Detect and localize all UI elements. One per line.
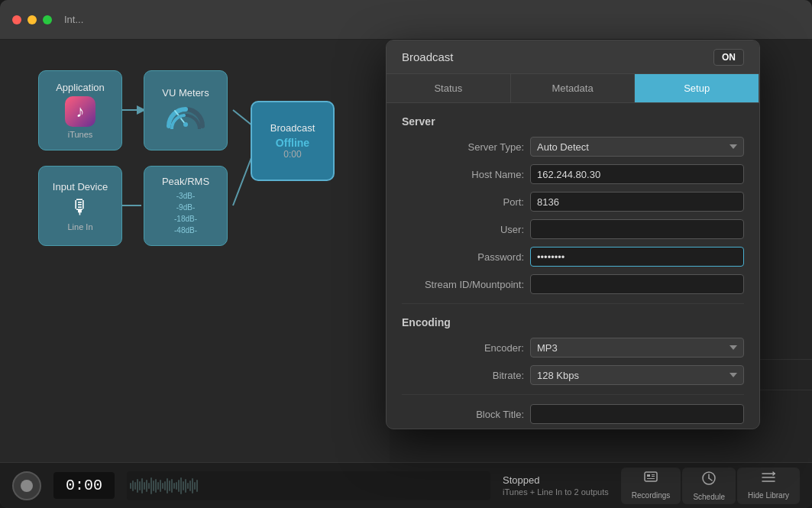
- input-device-node: Input Device 🎙 Line In: [38, 166, 122, 246]
- bitrate-select[interactable]: 32 Kbps 64 Kbps 96 Kbps 128 Kbps 192 Kbp…: [530, 365, 744, 385]
- stream-id-label: Stream ID/Mountpoint:: [402, 279, 524, 290]
- server-type-label: Server Type:: [402, 141, 524, 153]
- svg-point-6: [183, 122, 188, 127]
- svg-rect-11: [647, 478, 655, 479]
- toggle-on-button[interactable]: ON: [713, 49, 744, 66]
- microphone-icon: 🎙: [70, 196, 90, 219]
- application-node-title: Application: [56, 82, 105, 93]
- broadcast-node[interactable]: Broadcast Offline 0:00: [251, 101, 335, 181]
- server-type-row: Server Type: Auto Detect SHOUTcast 1 SHO…: [402, 137, 744, 157]
- application-node-label: iTunes: [68, 130, 93, 139]
- svg-rect-10: [652, 476, 655, 477]
- vu-meters-title: VU Meters: [162, 87, 209, 99]
- server-section-header: Server: [402, 115, 744, 128]
- encoder-label: Encoder:: [402, 342, 524, 354]
- stream-id-input[interactable]: [530, 274, 744, 294]
- status-stopped: Stopped: [503, 474, 609, 486]
- port-input[interactable]: [530, 192, 744, 212]
- status-info: Stopped iTunes + Line In to 2 outputs: [503, 474, 609, 497]
- hide-library-icon: [761, 471, 776, 488]
- hide-library-button[interactable]: Hide Library: [737, 468, 800, 504]
- modal-tabs: Status Metadata Setup: [387, 74, 759, 103]
- modal-body: Server Server Type: Auto Detect SHOUTcas…: [387, 103, 759, 429]
- maximize-button[interactable]: [43, 15, 52, 24]
- traffic-lights: [12, 15, 52, 24]
- divider-2: [402, 394, 744, 395]
- svg-rect-8: [647, 474, 650, 477]
- server-type-select[interactable]: Auto Detect SHOUTcast 1 SHOUTcast 2 Icec…: [530, 137, 744, 157]
- tab-setup[interactable]: Setup: [635, 74, 759, 102]
- routing-canvas: Application ♪ iTunes VU Meters: [23, 55, 382, 254]
- recordings-button[interactable]: Recordings: [621, 468, 681, 504]
- bitrate-label: Bitrate:: [402, 370, 524, 381]
- broadcast-status: Offline: [276, 137, 309, 149]
- time-display: 0:00: [53, 472, 115, 499]
- hide-library-label: Hide Library: [748, 491, 789, 500]
- application-node: Application ♪ iTunes: [38, 70, 122, 150]
- waveform-display: [127, 471, 490, 500]
- close-button[interactable]: [12, 15, 21, 24]
- user-input[interactable]: [530, 219, 744, 239]
- block-title-label: Block Title:: [402, 409, 524, 420]
- tab-metadata[interactable]: Metadata: [511, 74, 636, 102]
- password-input[interactable]: [530, 247, 744, 267]
- input-device-label: Line In: [67, 222, 92, 231]
- port-label: Port:: [402, 196, 524, 208]
- svg-line-1: [233, 110, 252, 125]
- bitrate-row: Bitrate: 32 Kbps 64 Kbps 96 Kbps 128 Kbp…: [402, 365, 744, 385]
- stream-id-row: Stream ID/Mountpoint:: [402, 274, 744, 294]
- peak-rms-levels: -3dB- -9dB- -18dB- -48dB-: [174, 190, 197, 236]
- port-row: Port:: [402, 192, 744, 212]
- recordings-label: Recordings: [632, 491, 671, 500]
- hostname-input[interactable]: [530, 164, 744, 184]
- broadcast-node-title: Broadcast: [270, 122, 315, 134]
- broadcast-modal: Broadcast ON Status Metadata Setup Serve…: [386, 40, 760, 429]
- tab-status[interactable]: Status: [387, 74, 511, 102]
- encoder-select[interactable]: MP3 AAC AAC+ Ogg Vorbis: [530, 338, 744, 358]
- itunes-icon: ♪: [65, 96, 95, 127]
- hostname-label: Host Name:: [402, 169, 524, 180]
- minimize-button[interactable]: [27, 15, 37, 24]
- schedule-button[interactable]: Schedule: [682, 468, 736, 504]
- block-title-row: Block Title:: [402, 404, 744, 424]
- password-row: Password:: [402, 247, 744, 267]
- svg-line-14: [709, 478, 712, 480]
- status-bar: 0:00: [0, 462, 812, 508]
- record-button[interactable]: [12, 471, 41, 500]
- block-title-input[interactable]: [530, 404, 744, 424]
- svg-rect-7: [645, 472, 657, 481]
- encoder-row: Encoder: MP3 AAC AAC+ Ogg Vorbis: [402, 338, 744, 358]
- peak-rms-title: Peak/RMS: [162, 176, 209, 187]
- input-device-title: Input Device: [53, 181, 108, 193]
- peak-rms-node: Peak/RMS -3dB- -9dB- -18dB- -48dB-: [144, 166, 228, 246]
- app-window: Int... › ADVANCED › METERS: [0, 0, 812, 508]
- record-indicator: [21, 480, 33, 492]
- schedule-label: Schedule: [693, 493, 725, 501]
- password-label: Password:: [402, 251, 524, 263]
- schedule-icon: [701, 471, 717, 490]
- modal-title-bar: Broadcast ON: [387, 40, 759, 74]
- encoding-section-header: Encoding: [402, 316, 744, 328]
- title-bar: Int...: [0, 0, 812, 40]
- modal-title: Broadcast: [402, 50, 454, 63]
- svg-rect-9: [652, 474, 655, 475]
- window-title: Int...: [64, 14, 83, 25]
- vu-meters-node: VU Meters: [144, 70, 228, 150]
- user-row: User:: [402, 219, 744, 239]
- vu-meter-icon: [166, 102, 205, 131]
- user-label: User:: [402, 224, 524, 235]
- bottom-buttons: Recordings Schedule: [621, 468, 800, 504]
- recordings-icon: [643, 471, 658, 488]
- broadcast-time: 0:00: [283, 149, 301, 160]
- divider: [402, 303, 744, 304]
- status-description: iTunes + Line In to 2 outputs: [503, 487, 609, 497]
- svg-line-3: [233, 156, 252, 205]
- hostname-row: Host Name:: [402, 164, 744, 184]
